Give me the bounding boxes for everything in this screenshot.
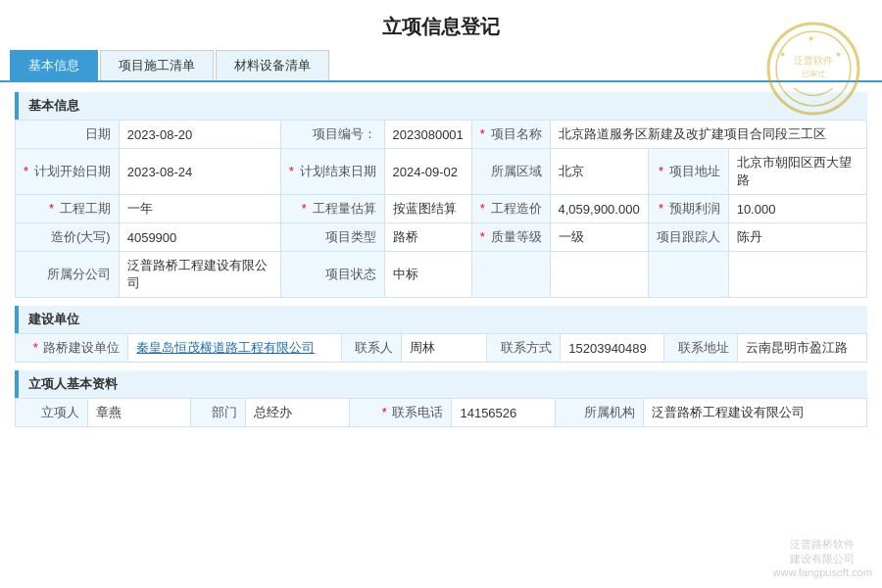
table-row: * 路桥建设单位 秦皇岛恒茂横道路工程有限公司 联系人 周林 联系方式 1520… bbox=[16, 334, 867, 363]
section-basic-info: 基本信息 日期 2023-08-20 项目编号： 2023080001 * 项目… bbox=[15, 92, 867, 298]
value-region: 北京 bbox=[550, 149, 648, 195]
label-dept: 部门 bbox=[190, 399, 246, 427]
label-empty2 bbox=[648, 252, 728, 298]
value-phone: 14156526 bbox=[452, 399, 555, 427]
basic-info-table: 日期 2023-08-20 项目编号： 2023080001 * 项目名称 北京… bbox=[15, 120, 867, 298]
label-tracker: 项目跟踪人 bbox=[648, 223, 728, 252]
value-quality: 一级 bbox=[550, 223, 648, 252]
value-subsidiary: 泛普路桥工程建设有限公司 bbox=[119, 252, 280, 298]
label-contact-method: 联系方式 bbox=[486, 334, 560, 363]
value-proposer: 章燕 bbox=[87, 399, 190, 427]
label-phone: * 联系电话 bbox=[349, 399, 452, 427]
watermark-line3: www.fangpusoft.com bbox=[773, 566, 873, 578]
bottom-watermark: 泛普路桥软件 建设有限公司 www.fangpusoft.com bbox=[773, 537, 873, 578]
section-header-basic: 基本信息 bbox=[15, 92, 867, 120]
value-tracker: 陈丹 bbox=[728, 223, 866, 252]
label-cost-capital: 造价(大写) bbox=[16, 223, 120, 252]
table-row: 立项人 章燕 部门 总经办 * 联系电话 14156526 所属机构 泛普路桥工… bbox=[16, 399, 867, 427]
value-dept: 总经办 bbox=[246, 399, 349, 427]
value-org: 泛普路桥工程建设有限公司 bbox=[644, 399, 867, 427]
label-date: 日期 bbox=[16, 121, 120, 149]
tab-bar: 基本信息 项目施工清单 材料设备清单 bbox=[0, 50, 882, 82]
label-proposer: 立项人 bbox=[16, 399, 88, 427]
tab-materials-list[interactable]: 材料设备清单 bbox=[216, 50, 329, 80]
label-profit: * 预期利润 bbox=[648, 195, 728, 223]
value-project-no: 2023080001 bbox=[384, 121, 471, 149]
value-cost: 4,059,900.000 bbox=[550, 195, 648, 223]
tab-basic-info[interactable]: 基本信息 bbox=[10, 50, 98, 80]
proposer-info-table: 立项人 章燕 部门 总经办 * 联系电话 14156526 所属机构 泛普路桥工… bbox=[15, 398, 867, 427]
label-contact-address: 联系地址 bbox=[663, 334, 737, 363]
label-org: 所属机构 bbox=[555, 399, 644, 427]
value-profit: 10.000 bbox=[728, 195, 866, 223]
label-text: 日期 bbox=[85, 126, 111, 141]
required-star: * bbox=[480, 126, 485, 141]
label-project-type: 项目类型 bbox=[280, 223, 384, 252]
table-row: 造价(大写) 4059900 项目类型 路桥 * 质量等级 一级 项目跟踪人 陈… bbox=[16, 223, 867, 252]
table-row: * 工程工期 一年 * 工程量估算 按蓝图结算 * 工程造价 4,059,900… bbox=[16, 195, 867, 223]
value-date: 2023-08-20 bbox=[119, 121, 280, 149]
value-end-date: 2024-09-02 bbox=[384, 149, 471, 195]
value-estimate: 按蓝图结算 bbox=[384, 195, 471, 223]
label-end-date: * 计划结束日期 bbox=[280, 149, 384, 195]
construction-unit-table: * 路桥建设单位 秦皇岛恒茂横道路工程有限公司 联系人 周林 联系方式 1520… bbox=[15, 333, 867, 363]
label-quality: * 质量等级 bbox=[471, 223, 550, 252]
label-project-no: 项目编号： bbox=[280, 121, 384, 149]
bridge-unit-link[interactable]: 秦皇岛恒茂横道路工程有限公司 bbox=[136, 340, 315, 355]
table-row: 日期 2023-08-20 项目编号： 2023080001 * 项目名称 北京… bbox=[16, 121, 867, 149]
label-address: * 项目地址 bbox=[648, 149, 728, 195]
value-project-type: 路桥 bbox=[384, 223, 471, 252]
page-title: 立项信息登记 bbox=[0, 0, 882, 50]
watermark-line1: 泛普路桥软件 bbox=[773, 537, 873, 552]
value-contact-address: 云南昆明市盈江路 bbox=[737, 334, 866, 363]
section-header-construction: 建设单位 bbox=[15, 306, 867, 333]
label-duration: * 工程工期 bbox=[16, 195, 120, 223]
value-address: 北京市朝阳区西大望路 bbox=[728, 149, 866, 195]
watermark-line2: 建设有限公司 bbox=[773, 552, 873, 566]
value-project-status: 中标 bbox=[384, 252, 471, 298]
value-empty2 bbox=[728, 252, 866, 298]
label-region: 所属区域 bbox=[471, 149, 550, 195]
section-proposer-info: 立项人基本资料 立项人 章燕 部门 总经办 * 联系电话 14156526 所属… bbox=[15, 370, 867, 427]
label-start-date: * 计划开始日期 bbox=[16, 149, 120, 195]
label-subsidiary: 所属分公司 bbox=[16, 252, 120, 298]
tab-construction-list[interactable]: 项目施工清单 bbox=[100, 50, 214, 80]
value-duration: 一年 bbox=[119, 195, 280, 223]
value-bridge-unit: 秦皇岛恒茂横道路工程有限公司 bbox=[128, 334, 341, 363]
value-contact-person: 周林 bbox=[401, 334, 486, 363]
label-empty1 bbox=[471, 252, 550, 298]
table-row: * 计划开始日期 2023-08-24 * 计划结束日期 2024-09-02 … bbox=[16, 149, 867, 195]
content-area: 基本信息 日期 2023-08-20 项目编号： 2023080001 * 项目… bbox=[0, 82, 882, 445]
label-cost: * 工程造价 bbox=[471, 195, 550, 223]
value-project-name: 北京路道服务区新建及改扩建项目合同段三工区 bbox=[550, 121, 866, 149]
section-header-proposer: 立项人基本资料 bbox=[15, 370, 867, 398]
value-start-date: 2023-08-24 bbox=[119, 149, 280, 195]
section-construction-unit: 建设单位 * 路桥建设单位 秦皇岛恒茂横道路工程有限公司 联系人 周林 联系方式… bbox=[15, 306, 867, 363]
label-contact-person: 联系人 bbox=[341, 334, 401, 363]
value-contact-method: 15203940489 bbox=[561, 334, 663, 363]
label-project-status: 项目状态 bbox=[280, 252, 384, 298]
value-cost-capital: 4059900 bbox=[119, 223, 280, 252]
table-row: 所属分公司 泛普路桥工程建设有限公司 项目状态 中标 bbox=[16, 252, 867, 298]
label-project-name: * 项目名称 bbox=[471, 121, 550, 149]
value-empty1 bbox=[550, 252, 648, 298]
label-estimate: * 工程量估算 bbox=[280, 195, 384, 223]
label-bridge-unit: * 路桥建设单位 bbox=[16, 334, 128, 363]
